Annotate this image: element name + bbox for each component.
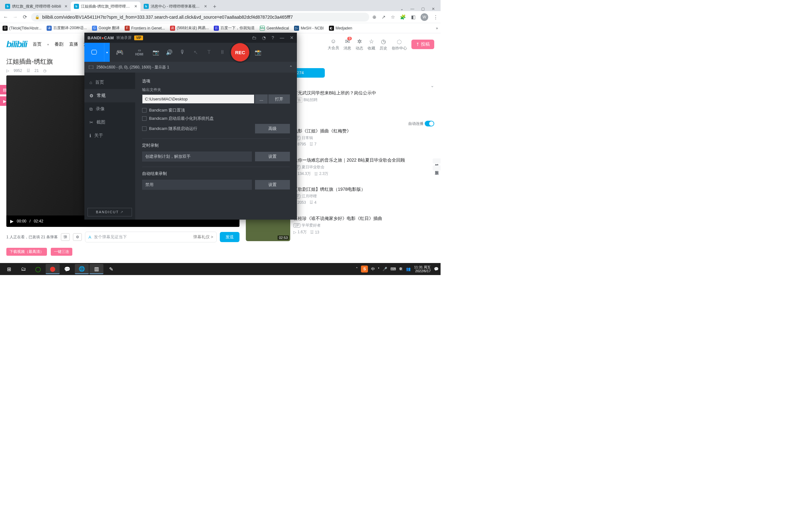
notification-tray-icon[interactable]: 💬 — [434, 267, 439, 271]
nav-anime[interactable]: 番剧 — [55, 42, 63, 47]
upload-button[interactable]: ⤒投稿 — [411, 40, 434, 49]
star-icon[interactable]: ☆ — [391, 14, 395, 20]
bookmarks-overflow-icon[interactable]: » — [436, 26, 438, 31]
side-item-home[interactable]: ⌂首页 — [84, 76, 135, 89]
header-trend[interactable]: ✲动态 — [356, 38, 363, 51]
chevron-down-icon[interactable]: ⌄ — [430, 83, 434, 88]
reco-item[interactable]: 02:53 任桂珍《谁不说俺家乡好》电影《红日》插曲 UP学琴爱好者 ▷1.6万… — [246, 216, 434, 241]
webcam-icon[interactable]: 📷 — [149, 49, 162, 56]
checkbox-autostart[interactable]: Bandicam 随系统启动运行 — [142, 126, 197, 131]
nav-live[interactable]: 直播 — [69, 42, 78, 47]
danmu-input[interactable]: A 发个弹幕见证当下 弹幕礼仪 > — [85, 232, 217, 242]
oldver-tab[interactable]: 回到旧版 — [433, 165, 441, 170]
danmu-toggle-icon[interactable]: 弹 — [61, 233, 70, 241]
reload-icon[interactable]: ⟳ — [21, 14, 28, 20]
header-create[interactable]: ◌创作中心 — [392, 38, 407, 51]
side-item-about[interactable]: ℹ关于 — [84, 129, 135, 142]
checkbox-topmost[interactable]: Bandicam 窗口置顶 — [142, 107, 290, 113]
bandicut-link[interactable]: BANDICUT↗ — [88, 208, 132, 216]
browse-button[interactable]: ... — [255, 95, 268, 104]
chevron-up-icon[interactable]: ⌃ — [289, 65, 293, 69]
tool-tray-icon[interactable]: 🛠 — [399, 267, 403, 271]
close-window-icon[interactable]: ✕ — [432, 7, 435, 11]
minimize-icon[interactable]: — — [280, 35, 284, 40]
taskbar-clock[interactable]: 11:31 周五 2022/6/17 — [414, 265, 431, 273]
record-button[interactable]: REC — [231, 43, 249, 61]
close-icon[interactable]: ✕ — [204, 4, 207, 9]
help-icon[interactable]: ? — [271, 35, 274, 40]
header-history[interactable]: ◷历史 — [380, 38, 387, 51]
ime-icon[interactable]: S — [361, 266, 368, 273]
text-tool-icon[interactable]: T — [202, 49, 216, 55]
side-item-record[interactable]: ⧉录像 — [84, 102, 135, 116]
tray-icon[interactable]: ❜ — [378, 267, 379, 271]
bookmark-item[interactable]: MeGeenMedical — [260, 26, 289, 31]
bandicam-task-icon[interactable]: ▥ — [90, 264, 103, 274]
side-item-general[interactable]: ⚙常规 — [84, 89, 135, 102]
recorder-icon[interactable]: ⬤ — [46, 264, 60, 274]
timed-settings-button[interactable]: 设置 — [255, 152, 290, 161]
download-button[interactable]: 下载视频（最高清） — [6, 248, 47, 256]
bili-logo-icon[interactable]: bilibili — [6, 39, 27, 49]
close-icon[interactable]: ✕ — [64, 4, 67, 9]
speaker-icon[interactable]: 🔊 — [162, 49, 176, 56]
autoplay-toggle[interactable]: 自动连播 — [408, 121, 434, 126]
url-field[interactable]: 🔒 bilibili.com/video/BV1A5411H7to?spm_id… — [31, 13, 369, 21]
resolution-bar[interactable]: 2560x1600 - (0, 0), (2560, 1600) - 显示器 1… — [84, 62, 297, 72]
bookmark-item[interactable]: FFrontiers in Genet... — [125, 26, 165, 31]
people-tray-icon[interactable]: 👥 — [406, 267, 411, 271]
app-icon[interactable]: ✎ — [104, 264, 118, 274]
bandicam-titlebar[interactable]: BANDI●CAM 班迪录屏 VIP 🗀 ◔ ? — ✕ — [84, 33, 297, 43]
back-icon[interactable]: ← — [3, 14, 9, 20]
play-button-icon[interactable]: ▶ — [10, 219, 14, 224]
lang-indicator[interactable]: 中 — [371, 267, 375, 272]
screenshot-icon[interactable]: 📸 — [251, 49, 264, 56]
header-vip[interactable]: ☺大会员 — [328, 38, 339, 51]
autoend-settings-button[interactable]: 设置 — [255, 180, 290, 189]
bookmark-item[interactable]: 易(568封未读) 网易... — [170, 25, 209, 31]
sanlian-button[interactable]: 一键三连 — [51, 248, 72, 256]
advanced-button[interactable]: 高级 — [255, 124, 290, 133]
folder-icon[interactable]: 🗀 — [252, 35, 256, 40]
mode-hdmi-button[interactable]: ▭HDMI — [130, 43, 149, 62]
checkbox-minimize[interactable]: Bandicam 启动后最小化到系统托盘 — [142, 116, 290, 121]
chevron-down-icon[interactable]: ⌄ — [400, 7, 403, 11]
mode-game-button[interactable]: 🎮 — [110, 43, 130, 62]
bookmark-item[interactable]: 译百度翻译-200种语... — [47, 25, 87, 31]
close-icon[interactable]: ✕ — [290, 35, 294, 40]
nav-home[interactable]: 首页 — [33, 42, 42, 47]
open-folder-button[interactable]: 打开 — [268, 95, 290, 104]
cursor-icon[interactable]: ↖ — [189, 49, 202, 56]
bookmark-item[interactable]: ▷MeSH - NCBI — [294, 26, 324, 31]
tray-chevron-icon[interactable]: ˄ — [356, 267, 358, 271]
share-icon[interactable]: ↗ — [382, 14, 386, 20]
kebab-menu-icon[interactable]: ⋮ — [433, 14, 438, 20]
maximize-icon[interactable]: ▢ — [421, 7, 425, 11]
font-icon[interactable]: A — [89, 235, 91, 239]
minimize-icon[interactable]: — — [410, 7, 414, 11]
bookmark-item[interactable]: D(Tiktok[Title/Abstr... — [3, 26, 42, 31]
pause-icon[interactable]: ⏸ — [216, 49, 229, 55]
bookmark-item[interactable]: 百百度一下，你就知道 — [214, 25, 255, 31]
profile-avatar[interactable]: W — [420, 13, 428, 21]
keyboard-tray-icon[interactable]: ⌨ — [391, 267, 396, 271]
search-icon[interactable]: ⊕ — [372, 14, 376, 20]
sidepanel-icon[interactable]: ◧ — [411, 14, 415, 20]
feedback-tab[interactable]: 新版反馈 — [433, 158, 441, 164]
chat-icon[interactable]: 💬 — [60, 264, 74, 274]
forward-icon[interactable]: → — [12, 14, 18, 20]
mode-screen-button[interactable]: 🖵 — [84, 43, 104, 62]
timer-icon[interactable]: ◔ — [262, 35, 266, 40]
wechat-icon[interactable]: ◯ — [31, 264, 45, 274]
side-item-screenshot[interactable]: ✂截图 — [84, 116, 135, 129]
browser-tab-2[interactable]: b 消息中心 - 哔哩哔哩弹幕视频网 ✕ — [141, 2, 210, 11]
danmu-send-button[interactable]: 发送 — [220, 232, 240, 242]
start-button[interactable]: ⊞ — [2, 264, 16, 274]
new-tab-button[interactable]: + — [210, 2, 219, 11]
danmu-gift-link[interactable]: 弹幕礼仪 > — [193, 234, 213, 240]
bookmark-item[interactable]: ◐Medjaden — [329, 26, 352, 31]
extensions-icon[interactable]: 🧩 — [400, 14, 406, 20]
mic-icon[interactable]: 🎙 — [176, 49, 189, 55]
chrome-icon[interactable]: 🌐 — [75, 264, 89, 274]
close-icon[interactable]: ✕ — [134, 4, 137, 9]
